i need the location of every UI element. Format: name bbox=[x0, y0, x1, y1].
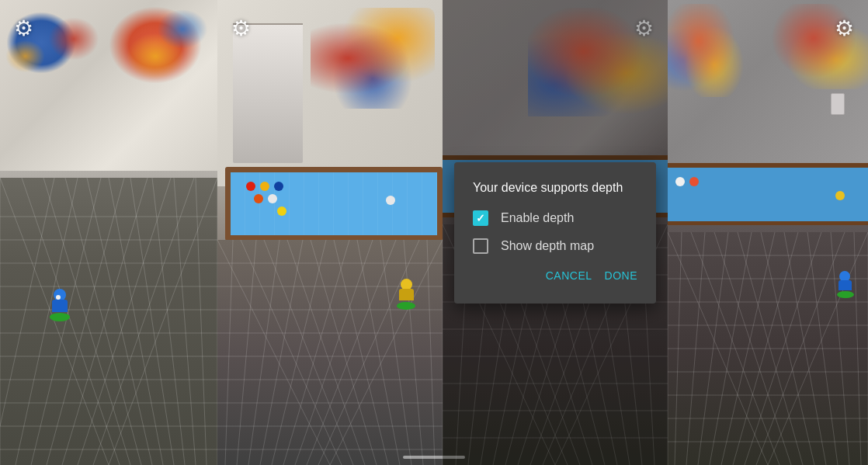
svg-line-17 bbox=[130, 178, 174, 465]
svg-line-52 bbox=[318, 240, 419, 465]
show-depth-map-label: Show depth map bbox=[501, 239, 594, 253]
panel-4: ⚙ bbox=[668, 0, 868, 465]
svg-line-44 bbox=[311, 240, 377, 465]
gear-icon-4: ⚙ bbox=[835, 16, 854, 40]
svg-line-27 bbox=[47, 178, 124, 465]
svg-line-40 bbox=[217, 240, 330, 465]
panel-2: ⚙ bbox=[217, 0, 443, 465]
enable-depth-checkbox[interactable]: ✓ bbox=[473, 210, 488, 226]
checkmark-icon: ✓ bbox=[476, 213, 485, 224]
panel-3: Your device supports depth ✓ Enable dept… bbox=[443, 0, 668, 465]
ar-container: ⚙ bbox=[0, 0, 868, 465]
svg-line-51 bbox=[330, 240, 443, 465]
gear-button-panel4[interactable]: ⚙ bbox=[835, 16, 854, 41]
svg-line-25 bbox=[78, 178, 171, 465]
svg-line-16 bbox=[109, 178, 163, 465]
svg-line-41 bbox=[241, 240, 342, 465]
enable-depth-option[interactable]: ✓ Enable depth bbox=[473, 210, 637, 226]
panel-1: ⚙ bbox=[0, 0, 217, 465]
done-button[interactable]: DONE bbox=[605, 266, 637, 285]
svg-line-46 bbox=[357, 240, 400, 465]
svg-line-24 bbox=[93, 178, 194, 465]
show-depth-map-option[interactable]: Show depth map bbox=[473, 238, 637, 254]
gear-icon: ⚙ bbox=[14, 16, 33, 40]
svg-line-28 bbox=[31, 178, 101, 465]
svg-line-19 bbox=[174, 178, 196, 465]
svg-line-55 bbox=[283, 240, 349, 465]
dialog-actions: CANCEL DONE bbox=[473, 266, 637, 285]
svg-line-29 bbox=[16, 178, 78, 465]
svg-line-49 bbox=[427, 240, 435, 465]
show-depth-map-checkbox[interactable] bbox=[473, 238, 488, 254]
svg-line-60 bbox=[225, 240, 233, 465]
cancel-button[interactable]: CANCEL bbox=[546, 266, 592, 285]
svg-line-42 bbox=[264, 240, 353, 465]
svg-line-15 bbox=[87, 178, 152, 465]
dialog-title: Your device supports depth bbox=[473, 181, 637, 195]
gear-button-panel2[interactable]: ⚙ bbox=[231, 16, 251, 41]
dialog-overlay: Your device supports depth ✓ Enable dept… bbox=[443, 0, 668, 465]
svg-line-57 bbox=[260, 240, 303, 465]
svg-line-13 bbox=[43, 178, 130, 465]
enable-depth-label: Enable depth bbox=[501, 211, 574, 225]
gear-button-panel1[interactable]: ⚙ bbox=[14, 16, 33, 41]
svg-line-14 bbox=[65, 178, 141, 465]
depth-dialog: Your device supports depth ✓ Enable dept… bbox=[454, 162, 656, 304]
svg-line-11 bbox=[0, 178, 109, 465]
gear-icon-2: ⚙ bbox=[231, 16, 251, 40]
svg-line-53 bbox=[307, 240, 396, 465]
